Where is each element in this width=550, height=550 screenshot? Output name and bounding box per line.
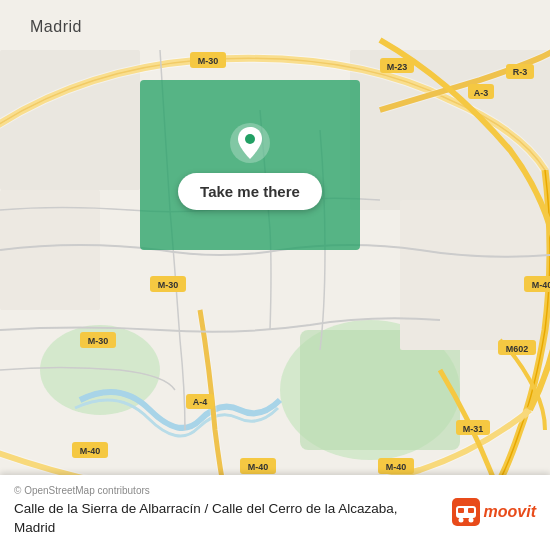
svg-text:M-40: M-40 bbox=[248, 462, 269, 472]
svg-text:M-31: M-31 bbox=[463, 424, 484, 434]
svg-text:M-40: M-40 bbox=[386, 462, 407, 472]
svg-rect-43 bbox=[468, 508, 474, 513]
map-attribution: © OpenStreetMap contributors bbox=[14, 485, 442, 496]
svg-text:M-40: M-40 bbox=[80, 446, 101, 456]
moovit-logo: moovit bbox=[452, 498, 536, 526]
svg-text:M602: M602 bbox=[506, 344, 529, 354]
bottom-bar: © OpenStreetMap contributors Calle de la… bbox=[0, 475, 550, 550]
map-container: M-30 M-23 R-3 A-3 M-30 M-30 A-4 M-40 M-4… bbox=[0, 0, 550, 550]
city-label: Madrid bbox=[30, 18, 82, 36]
svg-text:M-30: M-30 bbox=[88, 336, 109, 346]
take-me-there-button[interactable]: Take me there bbox=[178, 173, 322, 210]
location-overlay: Take me there bbox=[140, 80, 360, 250]
svg-point-37 bbox=[245, 134, 255, 144]
svg-rect-42 bbox=[458, 508, 464, 513]
location-pin bbox=[228, 121, 272, 165]
svg-text:M-40: M-40 bbox=[532, 280, 550, 290]
svg-text:M-23: M-23 bbox=[387, 62, 408, 72]
svg-text:R-3: R-3 bbox=[513, 67, 528, 77]
svg-text:M-30: M-30 bbox=[198, 56, 219, 66]
bottom-bar-left: © OpenStreetMap contributors Calle de la… bbox=[14, 485, 442, 538]
svg-point-40 bbox=[458, 517, 463, 522]
svg-text:A-4: A-4 bbox=[193, 397, 208, 407]
moovit-text: moovit bbox=[484, 503, 536, 521]
svg-text:A-3: A-3 bbox=[474, 88, 489, 98]
moovit-icon bbox=[452, 498, 480, 526]
location-name: Calle de la Sierra de Albarracín / Calle… bbox=[14, 500, 442, 538]
svg-text:M-30: M-30 bbox=[158, 280, 179, 290]
svg-rect-7 bbox=[400, 200, 550, 350]
svg-point-41 bbox=[468, 517, 473, 522]
